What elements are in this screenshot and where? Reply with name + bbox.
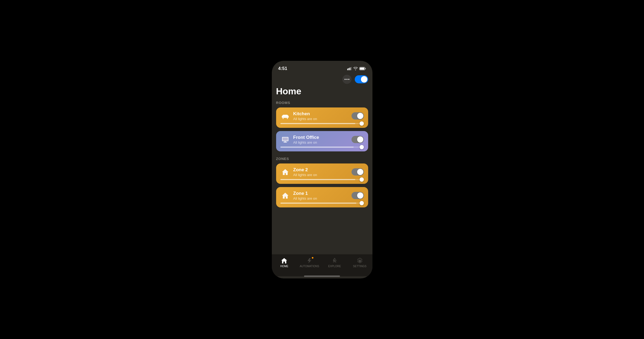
kitchen-text: Kitchen All lights are on <box>293 111 317 121</box>
signal-icon <box>347 67 352 70</box>
svg-point-21 <box>334 260 335 261</box>
nav-item-settings[interactable]: SETTINGS <box>352 258 368 268</box>
svg-rect-5 <box>365 68 366 69</box>
nav-item-explore[interactable]: EXPLORE <box>327 258 343 268</box>
zone2-toggle[interactable] <box>352 168 364 176</box>
front-office-slider-thumb[interactable] <box>360 145 364 149</box>
kitchen-info: Kitchen All lights are on <box>280 111 317 121</box>
svg-rect-9 <box>288 116 289 118</box>
svg-rect-8 <box>282 116 283 118</box>
front-office-status: All lights are on <box>293 140 319 144</box>
master-toggle[interactable] <box>355 75 368 83</box>
kitchen-name: Kitchen <box>293 111 317 117</box>
kitchen-card[interactable]: Kitchen All lights are on <box>276 107 368 128</box>
zone2-brightness-slider[interactable] <box>276 177 368 184</box>
front-office-text: Front Office All lights are on <box>293 135 319 144</box>
zone2-slider-fill <box>280 179 356 180</box>
kitchen-slider-thumb[interactable] <box>360 121 364 126</box>
more-dots-icon <box>345 79 349 80</box>
explore-nav-icon <box>331 258 338 264</box>
zone1-icon <box>280 191 290 200</box>
nav-item-automations[interactable]: AUTOMATIONS <box>301 258 317 268</box>
content-scroll[interactable]: ROOMS <box>272 101 372 254</box>
page-title: Home <box>276 86 368 96</box>
svg-marker-19 <box>281 258 287 263</box>
home-bar <box>304 275 340 277</box>
svg-rect-14 <box>283 137 288 141</box>
home-indicator <box>272 276 372 278</box>
header-controls <box>276 75 368 84</box>
status-bar: 4:51 <box>272 61 372 73</box>
more-button[interactable] <box>342 75 352 84</box>
front-office-slider-fill <box>280 147 354 148</box>
zone2-card-inner: Zone 2 All lights are on <box>276 163 368 177</box>
kitchen-slider-track <box>280 123 364 124</box>
kitchen-slider-fill <box>280 123 356 124</box>
svg-marker-20 <box>308 258 311 263</box>
svg-rect-3 <box>351 67 352 70</box>
home-nav-icon <box>281 258 287 264</box>
front-office-card-inner: Front Office All lights are on <box>276 131 368 144</box>
zone1-name: Zone 1 <box>293 191 317 196</box>
zone1-info: Zone 1 All lights are on <box>280 191 317 200</box>
front-office-icon <box>280 135 290 144</box>
svg-rect-10 <box>283 115 288 116</box>
status-time: 4:51 <box>278 66 287 71</box>
automations-nav-icon <box>306 258 313 264</box>
zone1-brightness-slider[interactable] <box>276 200 368 207</box>
zone2-icon <box>280 167 290 177</box>
svg-rect-2 <box>350 68 350 70</box>
zone1-card[interactable]: Zone 1 All lights are on <box>276 187 368 207</box>
kitchen-icon <box>280 111 290 121</box>
master-toggle-thumb <box>361 76 367 83</box>
front-office-toggle[interactable] <box>352 136 364 143</box>
status-icons <box>347 67 366 70</box>
zone1-toggle-thumb <box>357 192 363 199</box>
front-office-name: Front Office <box>293 135 319 140</box>
zone1-status: All lights are on <box>293 196 317 200</box>
settings-nav-icon <box>357 258 363 264</box>
zone1-slider-track <box>280 203 364 204</box>
zone1-text: Zone 1 All lights are on <box>293 191 317 200</box>
zones-section-label: ZONES <box>276 157 368 161</box>
front-office-brightness-slider[interactable] <box>276 144 368 151</box>
zone2-slider-track <box>280 179 364 180</box>
zone2-card[interactable]: Zone 2 All lights are on <box>276 163 368 184</box>
svg-rect-0 <box>347 69 348 70</box>
svg-rect-1 <box>348 68 349 70</box>
kitchen-toggle[interactable] <box>352 112 364 120</box>
svg-rect-6 <box>360 68 364 70</box>
kitchen-brightness-slider[interactable] <box>276 121 368 128</box>
svg-marker-17 <box>282 169 288 175</box>
zone2-info: Zone 2 All lights are on <box>280 167 317 177</box>
svg-rect-11 <box>283 118 284 119</box>
zone2-slider-thumb[interactable] <box>360 177 364 182</box>
home-nav-label: HOME <box>280 265 288 268</box>
wifi-icon <box>353 67 358 70</box>
nav-item-home[interactable]: HOME <box>276 258 292 268</box>
phone-frame: 4:51 <box>272 61 372 278</box>
header-area: Home <box>272 73 372 101</box>
settings-nav-label: SETTINGS <box>353 265 367 268</box>
zone1-card-inner: Zone 1 All lights are on <box>276 187 368 200</box>
automations-nav-label: AUTOMATIONS <box>300 265 319 268</box>
automations-notification-dot <box>312 257 313 259</box>
zone1-slider-thumb[interactable] <box>360 201 364 205</box>
svg-rect-16 <box>283 142 287 143</box>
zone1-toggle[interactable] <box>352 192 364 199</box>
kitchen-status: All lights are on <box>293 117 317 121</box>
svg-marker-18 <box>282 193 288 199</box>
kitchen-toggle-thumb <box>357 113 363 119</box>
zone2-status: All lights are on <box>293 173 317 177</box>
front-office-card[interactable]: Front Office All lights are on <box>276 131 368 151</box>
zone1-slider-fill <box>280 203 356 204</box>
svg-rect-12 <box>287 118 288 119</box>
bottom-nav: HOME AUTOMATIONS <box>272 254 372 276</box>
front-office-toggle-thumb <box>357 136 363 143</box>
zone2-name: Zone 2 <box>293 167 317 173</box>
rooms-section-label: ROOMS <box>276 101 368 105</box>
zone2-text: Zone 2 All lights are on <box>293 167 317 177</box>
battery-icon <box>359 67 366 70</box>
front-office-slider-track <box>280 147 364 148</box>
explore-nav-label: EXPLORE <box>328 265 341 268</box>
